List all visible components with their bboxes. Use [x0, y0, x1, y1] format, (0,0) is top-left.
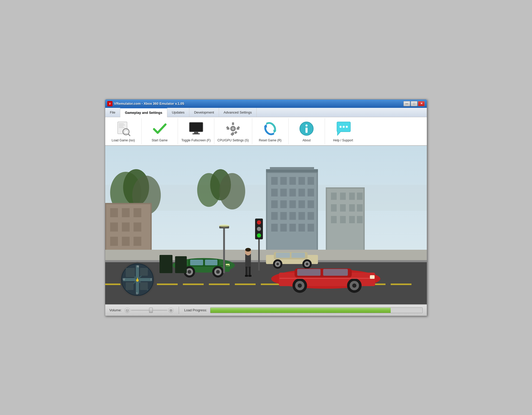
svg-rect-82 [331, 216, 337, 223]
load-progress-fill [210, 308, 390, 313]
svg-rect-74 [331, 193, 337, 200]
start-game-button[interactable]: Start Game [142, 118, 178, 144]
svg-point-152 [352, 284, 356, 288]
svg-rect-5 [119, 126, 123, 127]
svg-rect-65 [271, 224, 278, 232]
reset-game-button[interactable]: Reset Game (R) [252, 118, 289, 144]
svg-rect-55 [271, 200, 278, 208]
cpu-gpu-settings-button[interactable]: CPU/GPU Settings (S) [214, 118, 252, 144]
svg-point-127 [245, 248, 251, 252]
load-game-icon [115, 120, 132, 137]
svg-rect-129 [249, 267, 251, 276]
svg-point-122 [216, 270, 220, 274]
svg-rect-24 [234, 131, 238, 134]
svg-rect-93 [134, 222, 141, 232]
svg-rect-102 [157, 284, 178, 285]
start-game-label: Start Game [152, 139, 168, 142]
svg-rect-3 [119, 123, 124, 124]
svg-point-42 [219, 173, 245, 209]
title-bar-left: V VRemulator.com - Xbox 360 Emulator v.1… [107, 101, 184, 106]
svg-rect-52 [289, 189, 296, 196]
svg-point-138 [276, 263, 279, 265]
maximize-button[interactable]: □ [411, 101, 417, 106]
volume-slider[interactable] [131, 310, 167, 311]
svg-rect-94 [110, 237, 118, 246]
svg-rect-146 [323, 269, 348, 276]
svg-rect-14 [192, 133, 200, 134]
svg-rect-90 [134, 208, 141, 217]
svg-rect-45 [271, 177, 278, 185]
svg-rect-85 [357, 216, 363, 223]
tab-file[interactable]: File [105, 108, 120, 117]
svg-rect-88 [110, 208, 118, 217]
svg-rect-92 [122, 222, 130, 232]
toggle-fullscreen-label: Toggle Fullscreen (F) [181, 139, 211, 142]
svg-rect-51 [280, 189, 287, 196]
svg-rect-131 [248, 275, 251, 277]
volume-increase-button[interactable] [168, 308, 174, 313]
svg-rect-134 [276, 253, 290, 258]
svg-rect-50 [271, 189, 278, 196]
svg-rect-68 [298, 224, 305, 232]
svg-rect-53 [298, 189, 305, 196]
app-icon: V [107, 101, 112, 106]
game-scene-svg: N E S W [105, 146, 427, 304]
svg-point-159 [257, 233, 261, 238]
svg-rect-63 [298, 212, 305, 220]
tab-gameplay[interactable]: Gameplay and Settings [120, 108, 167, 117]
minimize-button[interactable]: — [403, 101, 410, 106]
svg-point-33 [346, 126, 348, 128]
svg-rect-172 [140, 268, 148, 276]
volume-control [125, 308, 174, 313]
svg-rect-128 [245, 267, 248, 276]
load-game-button[interactable]: Load Game (iso) [105, 118, 142, 144]
tab-development[interactable]: Development [189, 108, 219, 117]
toggle-fullscreen-button[interactable]: Toggle Fullscreen (F) [178, 118, 214, 144]
help-support-button[interactable]: Help / Support [325, 118, 361, 144]
svg-rect-160 [159, 255, 172, 273]
svg-rect-67 [289, 224, 296, 232]
start-game-icon [151, 120, 168, 137]
svg-point-149 [298, 284, 302, 288]
svg-rect-83 [340, 216, 346, 223]
svg-rect-48 [298, 177, 305, 185]
svg-rect-15 [191, 124, 202, 130]
volume-decrease-button[interactable] [125, 308, 130, 313]
svg-rect-154 [370, 275, 375, 279]
svg-rect-77 [357, 193, 363, 200]
progress-label: Load Progress: [184, 308, 207, 312]
svg-rect-162 [223, 226, 225, 273]
svg-rect-115 [190, 260, 203, 265]
svg-point-8 [124, 130, 128, 134]
svg-rect-56 [280, 200, 287, 208]
svg-rect-71 [270, 167, 314, 170]
svg-text:E: E [151, 278, 152, 281]
svg-rect-61 [280, 212, 287, 220]
close-button[interactable]: ✕ [418, 101, 425, 106]
svg-rect-173 [140, 282, 148, 290]
svg-text:N: N [137, 265, 139, 268]
svg-text:W: W [123, 278, 125, 281]
tab-updates[interactable]: Updates [167, 108, 189, 117]
toggle-fullscreen-icon [188, 120, 204, 137]
toolbar: Load Game (iso) Start Game [105, 117, 427, 146]
svg-text:V: V [109, 102, 111, 105]
about-button[interactable]: About [289, 118, 325, 144]
svg-point-17 [232, 127, 234, 130]
svg-rect-84 [349, 216, 355, 223]
svg-rect-54 [308, 189, 314, 196]
svg-point-141 [306, 263, 308, 265]
volume-slider-thumb[interactable] [149, 308, 153, 313]
title-bar: V VRemulator.com - Xbox 360 Emulator v.1… [105, 100, 427, 108]
svg-rect-4 [119, 125, 125, 125]
svg-rect-80 [349, 204, 355, 212]
svg-point-164 [219, 225, 229, 227]
svg-point-32 [343, 126, 345, 128]
svg-rect-13 [194, 132, 198, 133]
svg-rect-46 [280, 177, 287, 185]
svg-rect-49 [308, 177, 314, 185]
svg-rect-135 [291, 253, 305, 258]
tab-advanced-settings[interactable]: Advanced Settings [219, 108, 257, 117]
svg-rect-30 [305, 128, 308, 133]
svg-rect-111 [391, 284, 411, 285]
